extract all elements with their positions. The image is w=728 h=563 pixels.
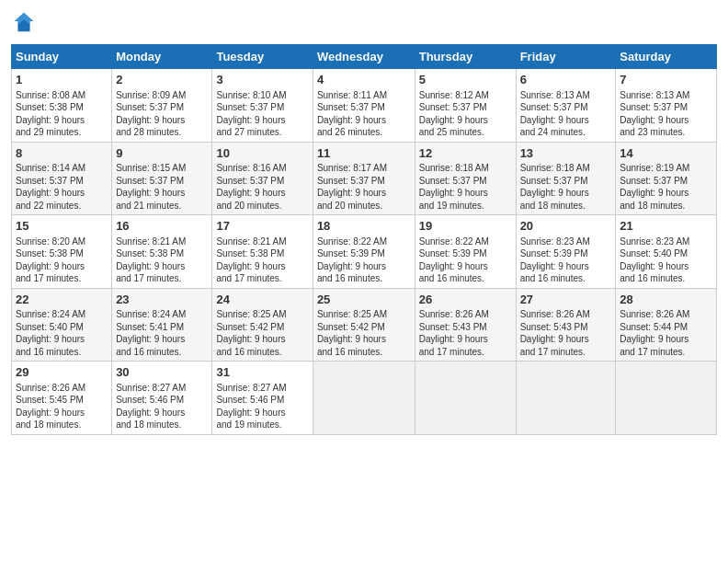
day-number: 19: [419, 218, 512, 235]
logo-icon: [11, 9, 37, 35]
calendar-cell: 20Sunrise: 8:23 AM Sunset: 5:39 PM Dayli…: [516, 215, 616, 289]
day-info: Sunrise: 8:09 AM Sunset: 5:37 PM Dayligh…: [116, 89, 208, 139]
calendar-cell: 23Sunrise: 8:24 AM Sunset: 5:41 PM Dayli…: [112, 288, 212, 362]
day-info: Sunrise: 8:10 AM Sunset: 5:37 PM Dayligh…: [216, 89, 308, 139]
day-info: Sunrise: 8:14 AM Sunset: 5:37 PM Dayligh…: [16, 162, 108, 212]
day-info: Sunrise: 8:17 AM Sunset: 5:37 PM Dayligh…: [317, 162, 411, 212]
calendar-row-2: 8Sunrise: 8:14 AM Sunset: 5:37 PM Daylig…: [12, 142, 717, 215]
calendar-cell: 21Sunrise: 8:23 AM Sunset: 5:40 PM Dayli…: [616, 215, 717, 289]
day-info: Sunrise: 8:23 AM Sunset: 5:40 PM Dayligh…: [620, 236, 712, 285]
day-number: 4: [317, 72, 411, 88]
day-number: 31: [216, 364, 308, 381]
day-number: 17: [216, 218, 308, 235]
day-info: Sunrise: 8:16 AM Sunset: 5:37 PM Dayligh…: [216, 162, 308, 212]
day-info: Sunrise: 8:27 AM Sunset: 5:46 PM Dayligh…: [216, 382, 308, 431]
day-number: 12: [419, 145, 512, 162]
day-number: 16: [116, 218, 208, 235]
logo: [11, 9, 40, 35]
calendar-cell: 25Sunrise: 8:25 AM Sunset: 5:42 PM Dayli…: [313, 288, 415, 362]
calendar-cell: 28Sunrise: 8:26 AM Sunset: 5:44 PM Dayli…: [616, 288, 717, 362]
day-number: 22: [16, 292, 108, 308]
calendar-row-1: 1Sunrise: 8:08 AM Sunset: 5:38 PM Daylig…: [12, 69, 717, 143]
day-info: Sunrise: 8:13 AM Sunset: 5:37 PM Dayligh…: [520, 89, 612, 139]
day-number: 21: [620, 218, 712, 235]
calendar-cell: 4Sunrise: 8:11 AM Sunset: 5:37 PM Daylig…: [313, 69, 415, 143]
day-number: 26: [419, 292, 512, 308]
calendar-cell: 1Sunrise: 8:08 AM Sunset: 5:38 PM Daylig…: [12, 69, 112, 143]
calendar-cell: 15Sunrise: 8:20 AM Sunset: 5:38 PM Dayli…: [12, 215, 112, 289]
day-number: 20: [520, 218, 612, 235]
day-info: Sunrise: 8:21 AM Sunset: 5:38 PM Dayligh…: [116, 236, 208, 285]
calendar-cell: 31Sunrise: 8:27 AM Sunset: 5:46 PM Dayli…: [212, 362, 313, 435]
day-info: Sunrise: 8:19 AM Sunset: 5:37 PM Dayligh…: [620, 162, 712, 212]
col-header-tuesday: Tuesday: [212, 45, 313, 69]
col-header-sunday: Sunday: [12, 45, 112, 69]
day-number: 25: [317, 292, 411, 308]
calendar-cell: 12Sunrise: 8:18 AM Sunset: 5:37 PM Dayli…: [415, 142, 516, 215]
calendar-cell: 7Sunrise: 8:13 AM Sunset: 5:37 PM Daylig…: [616, 69, 717, 143]
day-number: 15: [16, 218, 108, 235]
day-number: 2: [116, 72, 208, 88]
calendar-cell: 6Sunrise: 8:13 AM Sunset: 5:37 PM Daylig…: [516, 69, 616, 143]
calendar-cell: 8Sunrise: 8:14 AM Sunset: 5:37 PM Daylig…: [12, 142, 112, 215]
calendar-cell: 10Sunrise: 8:16 AM Sunset: 5:37 PM Dayli…: [212, 142, 313, 215]
day-number: 27: [520, 292, 612, 308]
day-info: Sunrise: 8:23 AM Sunset: 5:39 PM Dayligh…: [520, 236, 612, 285]
calendar-cell: 14Sunrise: 8:19 AM Sunset: 5:37 PM Dayli…: [616, 142, 717, 215]
day-info: Sunrise: 8:26 AM Sunset: 5:43 PM Dayligh…: [520, 308, 612, 358]
calendar-cell: 24Sunrise: 8:25 AM Sunset: 5:42 PM Dayli…: [212, 288, 313, 362]
day-number: 28: [620, 292, 712, 308]
calendar-row-4: 22Sunrise: 8:24 AM Sunset: 5:40 PM Dayli…: [12, 288, 717, 362]
page-container: SundayMondayTuesdayWednesdayThursdayFrid…: [0, 0, 728, 442]
day-info: Sunrise: 8:25 AM Sunset: 5:42 PM Dayligh…: [216, 308, 308, 358]
day-info: Sunrise: 8:15 AM Sunset: 5:37 PM Dayligh…: [116, 162, 208, 212]
day-info: Sunrise: 8:26 AM Sunset: 5:43 PM Dayligh…: [419, 308, 512, 358]
day-info: Sunrise: 8:26 AM Sunset: 5:44 PM Dayligh…: [620, 308, 712, 358]
day-info: Sunrise: 8:11 AM Sunset: 5:37 PM Dayligh…: [317, 89, 411, 139]
day-number: 3: [216, 72, 308, 88]
day-number: 14: [620, 145, 712, 162]
day-info: Sunrise: 8:18 AM Sunset: 5:37 PM Dayligh…: [520, 162, 612, 212]
calendar-cell: 3Sunrise: 8:10 AM Sunset: 5:37 PM Daylig…: [212, 69, 313, 143]
col-header-thursday: Thursday: [415, 45, 516, 69]
day-info: Sunrise: 8:08 AM Sunset: 5:38 PM Dayligh…: [16, 89, 108, 139]
calendar-cell: 5Sunrise: 8:12 AM Sunset: 5:37 PM Daylig…: [415, 69, 516, 143]
day-number: 29: [16, 364, 108, 381]
header: [11, 9, 717, 35]
calendar-cell: 27Sunrise: 8:26 AM Sunset: 5:43 PM Dayli…: [516, 288, 616, 362]
calendar-cell: 22Sunrise: 8:24 AM Sunset: 5:40 PM Dayli…: [12, 288, 112, 362]
calendar-cell: 2Sunrise: 8:09 AM Sunset: 5:37 PM Daylig…: [112, 69, 212, 143]
calendar: SundayMondayTuesdayWednesdayThursdayFrid…: [11, 44, 717, 435]
calendar-row-3: 15Sunrise: 8:20 AM Sunset: 5:38 PM Dayli…: [12, 215, 717, 289]
day-number: 30: [116, 364, 208, 381]
day-info: Sunrise: 8:22 AM Sunset: 5:39 PM Dayligh…: [419, 236, 512, 285]
day-number: 6: [520, 72, 612, 88]
day-number: 13: [520, 145, 612, 162]
calendar-cell: [313, 362, 415, 435]
calendar-cell: 13Sunrise: 8:18 AM Sunset: 5:37 PM Dayli…: [516, 142, 616, 215]
calendar-cell: 18Sunrise: 8:22 AM Sunset: 5:39 PM Dayli…: [313, 215, 415, 289]
calendar-cell: 11Sunrise: 8:17 AM Sunset: 5:37 PM Dayli…: [313, 142, 415, 215]
day-info: Sunrise: 8:27 AM Sunset: 5:46 PM Dayligh…: [116, 382, 208, 431]
day-info: Sunrise: 8:26 AM Sunset: 5:45 PM Dayligh…: [16, 382, 108, 431]
calendar-cell: 29Sunrise: 8:26 AM Sunset: 5:45 PM Dayli…: [12, 362, 112, 435]
calendar-cell: 9Sunrise: 8:15 AM Sunset: 5:37 PM Daylig…: [112, 142, 212, 215]
calendar-cell: 17Sunrise: 8:21 AM Sunset: 5:38 PM Dayli…: [212, 215, 313, 289]
col-header-friday: Friday: [516, 45, 616, 69]
day-number: 10: [216, 145, 308, 162]
col-header-monday: Monday: [112, 45, 212, 69]
calendar-cell: 16Sunrise: 8:21 AM Sunset: 5:38 PM Dayli…: [112, 215, 212, 289]
calendar-cell: [415, 362, 516, 435]
day-info: Sunrise: 8:24 AM Sunset: 5:40 PM Dayligh…: [16, 308, 108, 358]
day-info: Sunrise: 8:22 AM Sunset: 5:39 PM Dayligh…: [317, 236, 411, 285]
day-info: Sunrise: 8:20 AM Sunset: 5:38 PM Dayligh…: [16, 236, 108, 285]
calendar-cell: [516, 362, 616, 435]
calendar-header-row: SundayMondayTuesdayWednesdayThursdayFrid…: [12, 45, 717, 69]
calendar-row-5: 29Sunrise: 8:26 AM Sunset: 5:45 PM Dayli…: [12, 362, 717, 435]
day-number: 18: [317, 218, 411, 235]
day-number: 5: [419, 72, 512, 88]
day-number: 23: [116, 292, 208, 308]
day-number: 1: [16, 72, 108, 88]
day-number: 7: [620, 72, 712, 88]
day-number: 8: [16, 145, 108, 162]
